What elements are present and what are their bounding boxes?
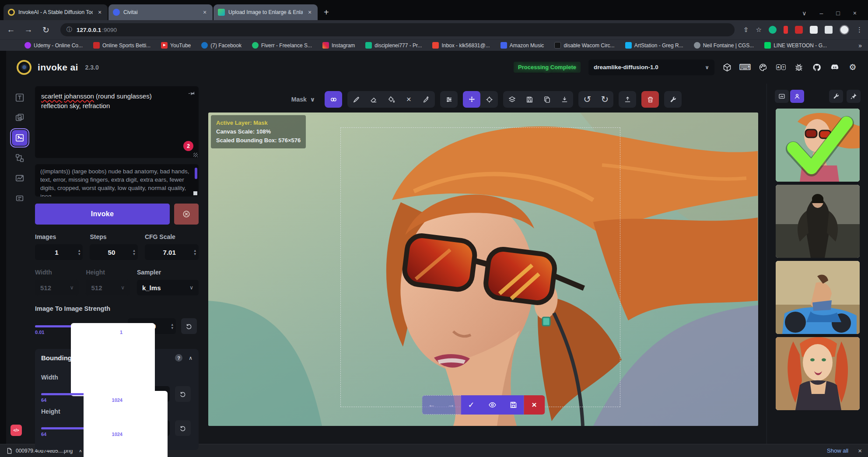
stepper[interactable]: ▴▾ bbox=[78, 249, 80, 256]
cancel-button[interactable] bbox=[174, 204, 199, 225]
maximize-icon[interactable]: □ bbox=[836, 10, 840, 17]
report-bug-icon[interactable] bbox=[794, 63, 804, 72]
clear-mask-button[interactable]: × bbox=[400, 91, 417, 108]
previous-image-icon[interactable]: ← bbox=[422, 401, 441, 409]
extensions-puzzle-icon[interactable] bbox=[810, 26, 818, 34]
redo-icon[interactable]: ↻ bbox=[596, 91, 613, 108]
bookmark-artstation[interactable]: ArtStation - Greg R... bbox=[625, 42, 683, 49]
invoke-button[interactable]: Invoke bbox=[35, 204, 170, 225]
discard-x-icon[interactable]: × bbox=[524, 395, 545, 415]
github-icon[interactable] bbox=[812, 63, 822, 72]
bookmark-webtoon[interactable]: LINE WEBTOON - G... bbox=[764, 42, 827, 49]
reset-strength-button[interactable] bbox=[181, 318, 197, 334]
browser-menu-icon[interactable]: ⋮ bbox=[856, 26, 863, 34]
tab-invokeai[interactable]: InvokeAI - A Stable Diffusion Too × bbox=[4, 4, 108, 20]
gallery-pin-icon[interactable] bbox=[847, 90, 861, 103]
tab-training[interactable] bbox=[12, 190, 28, 206]
gallery-thumbnail[interactable] bbox=[776, 337, 860, 410]
tab-close-icon[interactable]: × bbox=[306, 9, 313, 16]
console-toggle-button[interactable]: </> bbox=[10, 425, 22, 436]
discord-icon[interactable] bbox=[830, 63, 840, 72]
close-window-icon[interactable]: × bbox=[853, 10, 857, 17]
canvas-settings-wrench-button[interactable] bbox=[664, 91, 682, 108]
reload-icon[interactable]: ↻ bbox=[40, 25, 52, 35]
tab-close-icon[interactable]: × bbox=[201, 9, 208, 16]
gallery-thumbnail[interactable] bbox=[776, 261, 860, 334]
tab-text-to-image[interactable] bbox=[12, 90, 28, 105]
bookmark-sports[interactable]: Online Sports Betti... bbox=[93, 42, 150, 49]
fill-tool-button[interactable] bbox=[382, 91, 400, 108]
copy-to-clipboard-button[interactable] bbox=[538, 91, 556, 108]
prompt-textarea[interactable]: scarlett johansson (round sunglasses) re… bbox=[35, 86, 199, 158]
eraser-tool-button[interactable] bbox=[365, 91, 382, 108]
images-input[interactable]: 1 ▴▾ bbox=[35, 244, 83, 260]
sidebar-icon[interactable] bbox=[825, 26, 833, 34]
stepper[interactable]: ▴▾ bbox=[171, 323, 173, 330]
steps-input[interactable]: 50 ▴▾ bbox=[90, 244, 137, 260]
merge-visible-button[interactable] bbox=[503, 91, 521, 108]
bookmark-youtube[interactable]: YouTube bbox=[161, 42, 191, 49]
upload-image-button[interactable] bbox=[619, 91, 636, 108]
tab-image-to-image[interactable] bbox=[12, 110, 28, 126]
negative-prompt-textarea[interactable]: ((implants)) (large boobs) nude bad anat… bbox=[35, 164, 199, 197]
new-tab-button[interactable]: + bbox=[318, 7, 334, 20]
gallery-user-toggle[interactable] bbox=[790, 90, 804, 103]
save-to-gallery-button[interactable] bbox=[521, 91, 538, 108]
gallery-settings-wrench-icon[interactable] bbox=[829, 90, 843, 103]
tab-civitai[interactable]: Civitai × bbox=[108, 4, 213, 20]
tab-unified-canvas[interactable] bbox=[12, 130, 28, 146]
move-tool-button[interactable] bbox=[463, 91, 480, 108]
extension-icon[interactable] bbox=[784, 26, 788, 34]
bookmark-neil-fontaine[interactable]: Neil Fontaine | CGS... bbox=[694, 42, 754, 49]
stepper[interactable]: ▴▾ bbox=[133, 249, 135, 256]
model-select[interactable]: dreamlike-diffusion-1.0 ∨ bbox=[588, 60, 714, 75]
resize-handle[interactable] bbox=[193, 191, 197, 195]
brush-tool-button[interactable] bbox=[347, 91, 365, 108]
site-info-icon[interactable]: ⓘ bbox=[66, 26, 72, 34]
brush-options-button[interactable] bbox=[440, 91, 458, 108]
help-icon[interactable]: ? bbox=[175, 354, 182, 362]
bookmark-amazon-music[interactable]: Amazon Music bbox=[500, 42, 544, 49]
undo-icon[interactable]: ↺ bbox=[578, 91, 596, 108]
stepper[interactable]: ▴▾ bbox=[194, 249, 196, 256]
bookmarks-overflow-icon[interactable]: » bbox=[858, 42, 862, 49]
adblock-extension-icon[interactable] bbox=[795, 26, 803, 34]
reset-bbox-height-button[interactable] bbox=[175, 420, 191, 436]
color-picker-button[interactable] bbox=[417, 91, 435, 108]
minimize-icon[interactable]: – bbox=[820, 10, 823, 17]
tab-close-icon[interactable]: × bbox=[96, 9, 103, 16]
save-staging-icon[interactable] bbox=[503, 395, 524, 415]
extension-icon[interactable] bbox=[769, 26, 777, 34]
bbox-width-slider[interactable]: 64 1024 bbox=[41, 390, 122, 397]
cfg-scale-input[interactable]: 7.01 ▴▾ bbox=[145, 244, 199, 260]
window-menu-icon[interactable]: ∨ bbox=[802, 10, 806, 17]
download-bar-close-icon[interactable]: × bbox=[858, 447, 862, 454]
img2img-strength-slider[interactable]: 0.01 1 bbox=[35, 323, 122, 330]
tab-nodes[interactable] bbox=[12, 150, 28, 166]
sampler-select[interactable]: k_lms ∨ bbox=[137, 280, 199, 295]
bookmark-udemy[interactable]: Udemy - Online Co... bbox=[24, 42, 83, 49]
show-all-link[interactable]: Show all bbox=[827, 447, 848, 454]
bookmark-fiverr[interactable]: Fiverr - Freelance S... bbox=[252, 42, 312, 49]
gallery-thumbnail[interactable] bbox=[776, 185, 860, 258]
clear-canvas-trash-button[interactable] bbox=[641, 91, 659, 108]
scrollbar-thumb[interactable] bbox=[195, 168, 197, 179]
share-icon[interactable]: ⇧ bbox=[743, 26, 749, 34]
gallery-thumbnail-selected[interactable] bbox=[776, 109, 860, 182]
collapse-chevron-icon[interactable]: ∧ bbox=[189, 355, 192, 361]
bookmark-instagram[interactable]: Instagram bbox=[322, 42, 355, 49]
accept-check-icon[interactable]: ✓ bbox=[461, 395, 482, 415]
download-image-button[interactable] bbox=[556, 91, 573, 108]
reset-view-button[interactable] bbox=[480, 91, 498, 108]
layer-select[interactable]: Mask ∨ bbox=[287, 91, 319, 108]
bookmark-facebook[interactable]: (7) Facebook bbox=[201, 42, 242, 49]
pin-icon[interactable] bbox=[186, 88, 197, 99]
hotkeys-keyboard-icon[interactable]: ⌨ bbox=[740, 63, 750, 72]
forward-icon[interactable]: → bbox=[23, 25, 34, 35]
profile-avatar[interactable] bbox=[840, 25, 849, 35]
mask-options-button[interactable] bbox=[325, 91, 342, 108]
bookmark-star-icon[interactable]: ☆ bbox=[756, 26, 762, 34]
bbox-height-slider[interactable]: 64 1024 bbox=[41, 425, 122, 432]
slider-thumb[interactable] bbox=[84, 425, 168, 457]
model-manager-icon[interactable] bbox=[722, 63, 732, 72]
